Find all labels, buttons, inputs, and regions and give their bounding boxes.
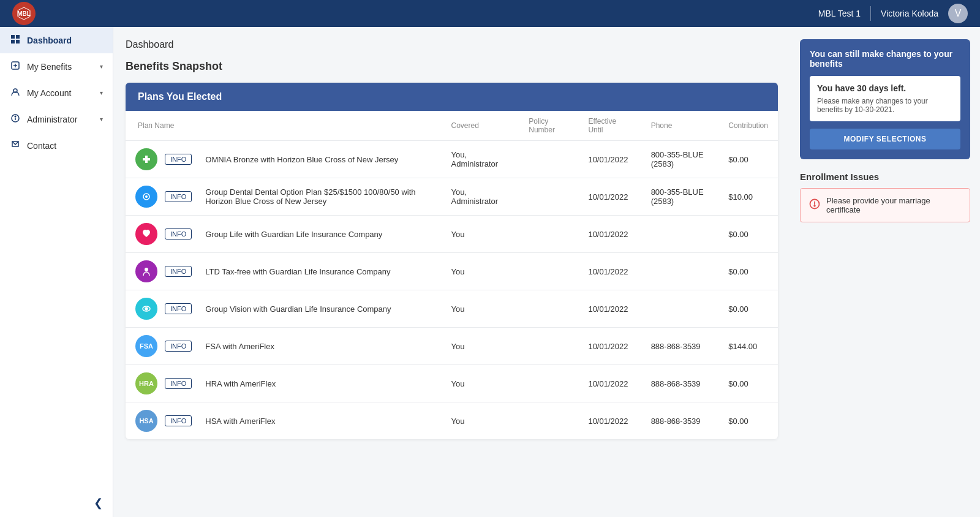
svg-rect-3 bbox=[16, 35, 20, 39]
dashboard-icon bbox=[10, 34, 21, 46]
plan-icon bbox=[135, 186, 157, 208]
chevron-down-icon-3: ▾ bbox=[100, 116, 103, 123]
enrollment-issues-title: Enrollment Issues bbox=[800, 172, 970, 182]
plan-icon: FSA bbox=[135, 335, 157, 357]
my-benefits-icon bbox=[10, 61, 21, 72]
plan-policy-number bbox=[519, 141, 578, 178]
table-row: INFO Group Vision with Guardian Life Ins… bbox=[126, 290, 778, 328]
plan-icon bbox=[135, 260, 157, 282]
plan-name: LTD Tax-free with Guardian Life Insuranc… bbox=[205, 267, 390, 276]
avatar[interactable]: V bbox=[948, 4, 968, 23]
plan-contribution: $0.00 bbox=[718, 141, 778, 178]
sidebar-label-contact: Contact bbox=[27, 141, 56, 151]
enrollment-issue-item: Please provide your marriage certificate bbox=[800, 188, 970, 222]
contact-icon bbox=[10, 140, 21, 151]
col-effective-until: Effective Until bbox=[578, 111, 641, 141]
plan-policy-number bbox=[519, 216, 578, 253]
svg-point-18 bbox=[145, 268, 148, 271]
plan-name: Group Life with Guardian Life Insurance … bbox=[205, 230, 382, 239]
chevron-down-icon-2: ▾ bbox=[100, 89, 103, 96]
plan-name-cell: INFO OMNIA Bronze with Horizon Blue Cros… bbox=[135, 148, 432, 170]
sidebar-item-administrator[interactable]: Administrator ▾ bbox=[0, 106, 113, 132]
main-content: Dashboard Benefits Snapshot Plans You El… bbox=[113, 27, 790, 517]
sidebar-item-contact[interactable]: Contact bbox=[0, 132, 113, 159]
svg-rect-2 bbox=[11, 35, 15, 39]
col-covered: Covered bbox=[442, 111, 519, 141]
info-button[interactable]: INFO bbox=[165, 228, 192, 240]
enrollment-issue-text: Please provide your marriage certificate bbox=[826, 196, 961, 214]
sidebar-label-my-account: My Account bbox=[27, 88, 71, 98]
administrator-icon bbox=[10, 113, 21, 125]
col-phone: Phone bbox=[641, 111, 719, 141]
right-panel: You can still make changes to your benef… bbox=[790, 27, 980, 517]
header-right: MBL Test 1 Victoria Koloda V bbox=[818, 4, 968, 23]
sidebar-collapse-button[interactable]: ❮ bbox=[0, 489, 113, 517]
modify-selections-button[interactable]: MODIFY SELECTIONS bbox=[810, 129, 960, 149]
info-button[interactable]: INFO bbox=[165, 154, 192, 165]
plan-effective-until: 10/01/2022 bbox=[578, 328, 641, 365]
table-row: HSA INFO HSA with AmeriFlex You 10/01/20… bbox=[126, 402, 778, 440]
plan-contribution: $0.00 bbox=[718, 216, 778, 253]
plan-phone bbox=[641, 216, 719, 253]
plan-covered: You bbox=[442, 290, 519, 328]
enrollment-issues-section: Enrollment Issues Please provide your ma… bbox=[800, 172, 970, 222]
info-button[interactable]: INFO bbox=[165, 341, 192, 352]
header-divider bbox=[870, 6, 871, 21]
plan-icon: HSA bbox=[135, 410, 157, 432]
header-tenant: MBL Test 1 bbox=[818, 9, 861, 18]
sidebar-item-my-benefits[interactable]: My Benefits ▾ bbox=[0, 53, 113, 80]
plan-name: OMNIA Bronze with Horizon Blue Cross of … bbox=[205, 155, 398, 164]
plan-effective-until: 10/01/2022 bbox=[578, 365, 641, 402]
info-button[interactable]: INFO bbox=[165, 303, 192, 314]
section-title: Benefits Snapshot bbox=[126, 60, 778, 73]
plan-contribution: $0.00 bbox=[718, 253, 778, 290]
changes-card: You can still make changes to your benef… bbox=[800, 39, 970, 159]
logo: MBL bbox=[12, 2, 36, 25]
plan-icon bbox=[135, 223, 157, 245]
plan-phone bbox=[641, 290, 719, 328]
plan-policy-number bbox=[519, 178, 578, 216]
plan-effective-until: 10/01/2022 bbox=[578, 141, 641, 178]
plan-name-cell: HRA INFO HRA with AmeriFlex bbox=[135, 372, 432, 394]
plans-table: Plan Name Covered Policy Number Effectiv… bbox=[126, 111, 778, 439]
svg-point-16 bbox=[145, 195, 148, 198]
page-title: Dashboard bbox=[126, 39, 778, 50]
info-button[interactable]: INFO bbox=[165, 191, 192, 202]
plan-effective-until: 10/01/2022 bbox=[578, 402, 641, 440]
sidebar-item-dashboard[interactable]: Dashboard bbox=[0, 27, 113, 53]
plan-phone bbox=[641, 253, 719, 290]
plan-name: HRA with AmeriFlex bbox=[205, 379, 276, 388]
info-button[interactable]: INFO bbox=[165, 378, 192, 389]
plan-phone: 888-868-3539 bbox=[641, 328, 719, 365]
plan-name: Group Vision with Guardian Life Insuranc… bbox=[205, 304, 391, 314]
sidebar-item-my-account[interactable]: My Account ▾ bbox=[0, 80, 113, 106]
sidebar-label-administrator: Administrator bbox=[27, 115, 77, 124]
plan-covered: You, Administrator bbox=[442, 141, 519, 178]
plan-name-cell: HSA INFO HSA with AmeriFlex bbox=[135, 410, 432, 432]
plan-name-cell: INFO Group Dental Dental Option Plan $25… bbox=[135, 186, 432, 208]
plan-name-cell: INFO Group Life with Guardian Life Insur… bbox=[135, 223, 432, 245]
plans-header: Plans You Elected bbox=[126, 83, 778, 111]
plan-covered: You bbox=[442, 328, 519, 365]
plan-name-cell: INFO LTD Tax-free with Guardian Life Ins… bbox=[135, 260, 432, 282]
plan-contribution: $0.00 bbox=[718, 365, 778, 402]
col-plan-name: Plan Name bbox=[126, 111, 442, 141]
plan-covered: You bbox=[442, 253, 519, 290]
info-button[interactable]: INFO bbox=[165, 266, 192, 277]
plan-policy-number bbox=[519, 328, 578, 365]
sidebar-label-my-benefits: My Benefits bbox=[27, 62, 72, 72]
plan-phone: 888-868-3539 bbox=[641, 402, 719, 440]
plan-contribution: $0.00 bbox=[718, 402, 778, 440]
plan-covered: You, Administrator bbox=[442, 178, 519, 216]
plan-effective-until: 10/01/2022 bbox=[578, 290, 641, 328]
plan-policy-number bbox=[519, 365, 578, 402]
info-button[interactable]: INFO bbox=[165, 415, 192, 426]
svg-rect-5 bbox=[16, 40, 20, 43]
chevron-down-icon: ▾ bbox=[100, 63, 103, 70]
header-username: Victoria Koloda bbox=[881, 9, 938, 18]
plan-policy-number bbox=[519, 253, 578, 290]
app-header: MBL MBL Test 1 Victoria Koloda V bbox=[0, 0, 980, 27]
table-row: INFO Group Dental Dental Option Plan $25… bbox=[126, 178, 778, 216]
plan-effective-until: 10/01/2022 bbox=[578, 253, 641, 290]
plan-contribution: $144.00 bbox=[718, 328, 778, 365]
